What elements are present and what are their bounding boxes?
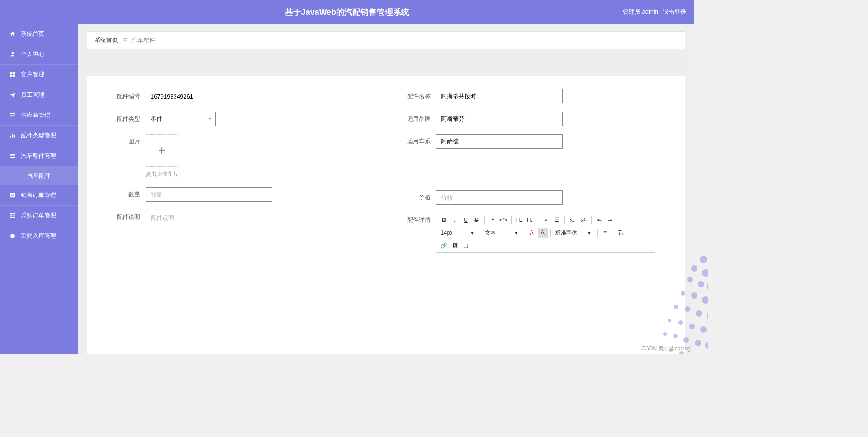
nav-part-types[interactable]: 配件类型管理 (0, 126, 78, 146)
nav-label: 采购订单管理 (21, 211, 56, 220)
part-type-select[interactable]: 零件 (146, 112, 216, 126)
header-user-area: 管理员 admin 退出登录 (623, 8, 686, 16)
italic-icon[interactable]: I (450, 215, 460, 225)
nav-sales-orders[interactable]: 销售订单管理 (0, 185, 78, 206)
qty-input[interactable] (146, 187, 272, 202)
desc-textarea[interactable] (146, 210, 290, 280)
style-select[interactable]: 文本 (483, 228, 510, 238)
nav-customers[interactable]: 客户管理 (0, 65, 78, 85)
part-no-input[interactable] (146, 89, 272, 103)
svg-rect-5 (10, 113, 15, 114)
nav-staff[interactable]: 员工管理 (0, 85, 78, 105)
logout-link[interactable]: 退出登录 (663, 8, 686, 16)
editor-toolbar: B I U S ❝ </> H₁ H₂ ≡ (436, 213, 655, 253)
svg-point-38 (695, 340, 701, 346)
breadcrumb-sep: ⊟ (123, 37, 128, 43)
desc-label: 配件说明 (105, 210, 146, 224)
nav-home[interactable]: 系统首页 (0, 24, 78, 44)
brand-label: 适用品牌 (395, 112, 436, 126)
svg-point-34 (700, 326, 707, 333)
editor-body[interactable] (436, 253, 655, 354)
rich-editor: B I U S ❝ </> H₁ H₂ ≡ (436, 213, 655, 354)
svg-rect-8 (10, 136, 11, 138)
app-title: 基于JavaWeb的汽配销售管理系统 (285, 7, 410, 18)
strike-icon[interactable]: S (472, 215, 482, 225)
chevron-down-icon: ▾ (467, 228, 477, 238)
nav-purchase-inbound[interactable]: 采购入库管理 (0, 226, 78, 246)
person-icon (9, 51, 16, 58)
svg-rect-13 (10, 157, 15, 158)
user-role[interactable]: 管理员 (623, 8, 640, 16)
price-input[interactable] (436, 190, 563, 205)
detail-label: 配件详情 (395, 213, 436, 227)
nav-purchase-orders[interactable]: 采购订单管理 (0, 206, 78, 226)
svg-rect-6 (10, 115, 15, 115)
image-upload[interactable]: + (146, 134, 178, 167)
svg-point-20 (702, 269, 708, 277)
svg-point-30 (707, 312, 708, 320)
font-family-select[interactable]: 标准字体 (554, 228, 583, 238)
font-color-icon[interactable]: A (527, 228, 537, 238)
grid-icon (9, 71, 16, 78)
code-icon[interactable]: </> (498, 215, 508, 225)
svg-rect-11 (10, 154, 15, 155)
indent-left-icon[interactable]: ⇤ (594, 215, 604, 225)
h1-icon[interactable]: H₁ (514, 215, 524, 225)
svg-rect-2 (13, 72, 15, 75)
h2-icon[interactable]: H₂ (525, 215, 535, 225)
nav-label: 员工管理 (21, 91, 44, 99)
nav-label: 个人中心 (21, 50, 44, 58)
svg-point-26 (702, 296, 708, 304)
nav-label: 采购入库管理 (21, 232, 56, 240)
chevron-down-icon: ▾ (511, 228, 521, 238)
nav-suppliers[interactable]: 供应商管理 (0, 105, 78, 126)
svg-rect-10 (14, 135, 15, 137)
svg-point-29 (696, 310, 702, 317)
svg-rect-3 (10, 75, 13, 77)
svg-rect-7 (10, 117, 15, 117)
table-icon (9, 212, 16, 219)
ol-icon[interactable]: ≡ (541, 215, 551, 225)
bg-color-icon[interactable]: A (538, 228, 548, 238)
plus-icon: + (158, 143, 166, 158)
send-icon (9, 91, 16, 99)
font-size-select[interactable]: 14px (439, 229, 466, 237)
nav-parts[interactable]: 汽车配件管理 (0, 146, 78, 166)
series-input[interactable] (436, 134, 563, 149)
underline-icon[interactable]: U (461, 215, 471, 225)
nav-label: 汽车配件管理 (21, 152, 56, 160)
list-icon (9, 112, 16, 119)
upload-hint: 点击上传图片 (146, 170, 178, 178)
sup-icon[interactable]: x² (579, 215, 588, 225)
link-icon[interactable]: 🔗 (439, 240, 449, 250)
nav-profile[interactable]: 个人中心 (0, 44, 78, 65)
part-name-input[interactable] (436, 89, 563, 103)
part-type-label: 配件类型 (105, 112, 146, 126)
breadcrumb-home[interactable]: 系统首页 (95, 37, 118, 43)
breadcrumb-current: 汽车配件 (132, 37, 155, 43)
indent-right-icon[interactable]: ⇥ (605, 215, 615, 225)
svg-point-22 (698, 281, 704, 287)
quote-icon[interactable]: ❝ (488, 215, 498, 225)
part-no-label: 配件编号 (105, 89, 146, 103)
nav-sub-parts[interactable]: 汽车配件 (0, 166, 78, 185)
image-icon[interactable]: 🖼 (450, 240, 460, 250)
brand-input[interactable] (436, 112, 563, 126)
image-label: 图片 (105, 134, 146, 149)
svg-rect-12 (10, 155, 15, 156)
bold-icon[interactable]: B (439, 215, 449, 225)
content-area: 系统首页 ⊟ 汽车配件 配件编号 配件类型 零件 (78, 24, 694, 354)
svg-point-39 (705, 342, 708, 349)
video-icon[interactable]: ▢ (461, 240, 471, 250)
sub-icon[interactable]: x₂ (568, 215, 578, 225)
chevron-down-icon: ▾ (584, 228, 594, 238)
clear-format-icon[interactable]: Tₓ (616, 228, 626, 238)
nav-sub-label: 汽车配件 (27, 172, 51, 180)
app-header: 基于JavaWeb的汽配销售管理系统 管理员 admin 退出登录 (0, 0, 694, 24)
sidebar: 系统首页 个人中心 客户管理 员工管理 供应商管理 配件类型管理 汽车配件管理 … (0, 24, 78, 354)
username[interactable]: admin (642, 8, 658, 16)
ul-icon[interactable]: ☰ (552, 215, 562, 225)
align-icon[interactable]: ≡ (600, 228, 610, 238)
svg-point-23 (707, 283, 708, 290)
check-icon (9, 192, 16, 199)
